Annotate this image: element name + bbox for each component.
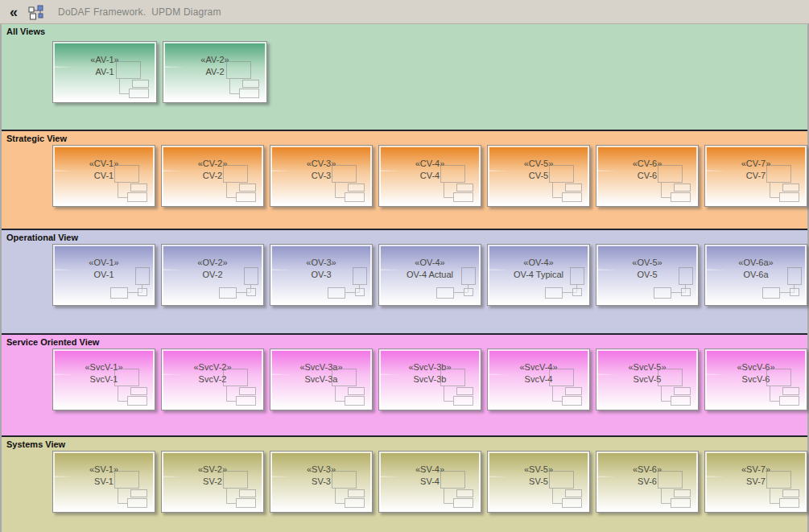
view-diagram-card[interactable]: «SvcV-1» SvcV-1	[52, 348, 155, 410]
card-name: OV-6a	[705, 269, 807, 281]
card-name: AV-2	[163, 66, 266, 78]
card-stereotype: «OV-4»	[488, 257, 589, 269]
card-stereotype: «AV-2»	[163, 54, 266, 66]
card-name: OV-5	[596, 269, 698, 281]
diagram-package-name: DoDAF Framework.	[58, 6, 146, 18]
diagram-hierarchy-icon[interactable]	[27, 4, 45, 20]
card-stereotype: «SV-5»	[488, 464, 589, 476]
view-diagram-card[interactable]: «SvcV-6» SvcV-6	[704, 348, 807, 410]
view-band: Systems View «SV-1» SV-1 «SV-2» SV-2	[2, 435, 807, 532]
view-diagram-card[interactable]: «AV-1» AV-1	[52, 41, 157, 103]
card-name: SV-2	[162, 476, 263, 488]
card-name: SvcV-1	[53, 373, 155, 386]
card-name: CV-5	[488, 170, 589, 182]
card-name: OV-4 Actual	[379, 269, 481, 281]
band-label: All Views	[6, 27, 45, 36]
card-stereotype: «CV-7»	[705, 158, 807, 170]
card-stereotype: «CV-5»	[488, 158, 589, 170]
view-diagram-card[interactable]: «OV-2» OV-2	[161, 244, 264, 306]
card-stereotype: «OV-4»	[379, 257, 481, 269]
view-diagram-card[interactable]: «CV-4» CV-4	[378, 145, 481, 207]
card-stereotype: «SvcV-3b»	[379, 361, 481, 373]
card-row: «SvcV-1» SvcV-1 «SvcV-2» SvcV-2 «SvcV-3a…	[52, 348, 807, 410]
view-diagram-card[interactable]: «CV-2» CV-2	[161, 145, 264, 207]
view-diagram-card[interactable]: «OV-6a» OV-6a	[704, 244, 807, 306]
collapse-chevrons-icon[interactable]: «	[6, 2, 21, 23]
card-stereotype: «SV-1»	[53, 464, 155, 476]
card-name: AV-1	[53, 66, 156, 78]
view-diagram-card[interactable]: «SvcV-3b» SvcV-3b	[378, 348, 481, 410]
card-stereotype: «SvcV-6»	[705, 361, 807, 373]
card-name: SvcV-6	[705, 373, 807, 386]
view-diagram-card[interactable]: «SV-7» SV-7	[704, 451, 807, 513]
card-row: «AV-1» AV-1 «AV-2» AV-2	[52, 41, 267, 103]
view-diagram-card[interactable]: «OV-3» OV-3	[270, 244, 373, 306]
card-stereotype: «SvcV-2»	[162, 361, 263, 373]
view-diagram-card[interactable]: «SvcV-3a» SvcV-3a	[270, 348, 373, 410]
view-diagram-card[interactable]: «OV-5» OV-5	[596, 244, 699, 306]
card-name: CV-3	[270, 170, 372, 182]
card-name: CV-6	[596, 170, 698, 182]
diagram-toolbar: « DoDAF Framework. UPDM Diagram	[0, 0, 809, 24]
card-name: SvcV-3a	[270, 373, 372, 386]
card-name: SvcV-4	[488, 373, 589, 386]
card-name: SV-6	[596, 476, 698, 488]
bands: All Views «AV-1» AV-1 «AV-2» AV-2 Strate…	[0, 24, 809, 532]
view-diagram-card[interactable]: «OV-4» OV-4 Actual	[378, 244, 481, 306]
card-stereotype: «AV-1»	[53, 54, 156, 66]
card-stereotype: «OV-1»	[53, 257, 155, 269]
card-stereotype: «OV-2»	[162, 257, 263, 269]
app-window: « DoDAF Framework. UPDM Diagram All View…	[0, 0, 809, 532]
card-name: CV-7	[705, 170, 807, 182]
card-name: OV-3	[270, 269, 372, 281]
view-diagram-card[interactable]: «SV-2» SV-2	[161, 451, 264, 513]
view-diagram-card[interactable]: «SV-6» SV-6	[596, 451, 699, 513]
card-stereotype: «OV-3»	[270, 257, 372, 269]
band-label: Strategic View	[6, 134, 67, 143]
card-stereotype: «SvcV-5»	[596, 361, 698, 373]
band-label: Service Oriented View	[6, 337, 99, 347]
view-diagram-card[interactable]: «SV-3» SV-3	[270, 451, 373, 513]
card-row: «CV-1» CV-1 «CV-2» CV-2 «CV-3» CV-3	[52, 145, 807, 207]
card-name: CV-4	[379, 170, 481, 182]
view-diagram-card[interactable]: «CV-7» CV-7	[704, 145, 807, 207]
view-diagram-card[interactable]: «SV-1» SV-1	[52, 451, 155, 513]
card-stereotype: «SvcV-3a»	[270, 361, 372, 373]
card-name: CV-2	[162, 170, 263, 182]
card-stereotype: «CV-1»	[53, 158, 155, 170]
card-row: «SV-1» SV-1 «SV-2» SV-2 «SV-3» SV-3	[52, 451, 807, 513]
card-name: SV-1	[53, 476, 155, 488]
card-stereotype: «SV-3»	[270, 464, 372, 476]
card-name: CV-1	[53, 170, 155, 182]
card-stereotype: «CV-2»	[162, 158, 263, 170]
view-diagram-card[interactable]: «OV-1» OV-1	[52, 244, 155, 306]
view-diagram-card[interactable]: «CV-3» CV-3	[270, 145, 373, 207]
view-diagram-card[interactable]: «SvcV-4» SvcV-4	[487, 348, 590, 410]
view-diagram-card[interactable]: «SV-5» SV-5	[487, 451, 590, 513]
view-diagram-card[interactable]: «OV-4» OV-4 Typical	[487, 244, 590, 306]
card-stereotype: «SvcV-1»	[53, 361, 155, 373]
view-diagram-card[interactable]: «CV-1» CV-1	[52, 145, 155, 207]
card-stereotype: «CV-6»	[596, 158, 698, 170]
card-name: SV-5	[488, 476, 589, 488]
card-stereotype: «SV-6»	[596, 464, 698, 476]
card-name: SV-7	[705, 476, 807, 488]
view-diagram-card[interactable]: «SvcV-5» SvcV-5	[596, 348, 699, 410]
view-band: All Views «AV-1» AV-1 «AV-2» AV-2	[2, 24, 807, 130]
card-stereotype: «SV-4»	[379, 464, 481, 476]
view-diagram-card[interactable]: «CV-6» CV-6	[596, 145, 699, 207]
card-name: OV-1	[53, 269, 155, 281]
view-band: Service Oriented View «SvcV-1» SvcV-1 «S…	[2, 333, 807, 435]
view-diagram-card[interactable]: «AV-2» AV-2	[163, 41, 267, 103]
card-name: SV-3	[270, 476, 372, 488]
view-diagram-card[interactable]: «SV-4» SV-4	[378, 451, 481, 513]
diagram-title: DoDAF Framework. UPDM Diagram	[58, 6, 221, 18]
card-stereotype: «CV-4»	[379, 158, 481, 170]
card-name: SvcV-3b	[379, 373, 481, 386]
view-diagram-card[interactable]: «SvcV-2» SvcV-2	[161, 348, 264, 410]
card-name: OV-4 Typical	[488, 269, 589, 281]
card-stereotype: «OV-6a»	[705, 257, 807, 269]
view-diagram-card[interactable]: «CV-5» CV-5	[487, 145, 590, 207]
view-band: Strategic View «CV-1» CV-1 «CV-2» CV-2	[2, 130, 807, 229]
card-name: SvcV-5	[596, 373, 698, 386]
